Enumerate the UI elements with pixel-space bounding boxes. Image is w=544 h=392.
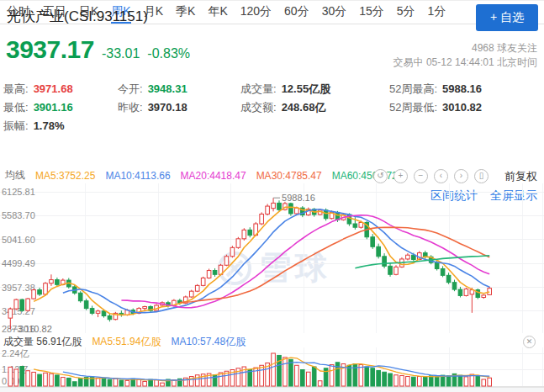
tab-60min[interactable]: 60分	[284, 1, 309, 24]
volume-legend: 成交量 56.91亿股 MA5:51.94亿股 MA10:57.48亿股	[3, 335, 246, 349]
stats-column-2: 今开: 3948.31 昨收: 3970.18	[118, 80, 187, 117]
tab-yearly-k[interactable]: 年K	[208, 1, 227, 24]
stat-open: 今开: 3948.31	[118, 80, 187, 98]
svg-text:4499.49: 4499.49	[2, 258, 35, 268]
ma20-value: MA20:4418.47	[181, 170, 246, 182]
volume-ma10-value: MA10:57.48亿股	[171, 335, 246, 349]
adjust-mode-selector[interactable]: 前复权	[504, 169, 537, 184]
price-chart[interactable]: 6125.815583.705041.604499.493957.383415.…	[0, 183, 544, 335]
tab-120min[interactable]: 120分	[240, 1, 272, 24]
ma30-value: MA30:4785.47	[256, 170, 322, 182]
scroll-left-icon[interactable]: ‹	[434, 169, 448, 183]
svg-text:5041.60: 5041.60	[2, 235, 35, 245]
stat-prev-close: 昨收: 3970.18	[118, 98, 187, 117]
phone-icon[interactable]: ▯	[474, 169, 489, 183]
volume-chart[interactable]: 2.24亿1.12亿0.00	[0, 347, 544, 387]
stats-column-1: 最高: 3971.68 最低: 3901.16 振幅: 1.78%	[3, 80, 73, 135]
stat-turnover: 成交额: 248.68亿	[240, 98, 330, 117]
stat-volume: 成交量: 12.55亿股	[240, 80, 330, 98]
price-row: 3937.17 -33.01 -0.83%	[6, 35, 190, 64]
stat-amplitude: 振幅: 1.78%	[3, 117, 73, 135]
close-icon[interactable]: ✕	[523, 336, 536, 348]
svg-text:6125.81: 6125.81	[2, 187, 35, 197]
page-title: 光伏产业(CSI:931151)	[7, 7, 148, 26]
bottom-divider	[0, 387, 544, 392]
svg-text:5988.16: 5988.16	[282, 193, 315, 203]
svg-text:5583.70: 5583.70	[2, 210, 35, 220]
svg-text:2.24亿: 2.24亿	[2, 348, 29, 358]
ma-legend-prefix: 均线	[5, 168, 25, 183]
undo-icon[interactable]: ↺	[373, 169, 388, 183]
tab-15min[interactable]: 15分	[359, 1, 384, 24]
volume-ma5-value: MA5:51.94亿股	[92, 335, 161, 349]
current-price: 3937.17	[6, 35, 94, 64]
volume-label: 成交量 56.91亿股	[3, 335, 82, 349]
stock-detail-page: 光伏产业(CSI:931151) + 自选 3937.17 -33.01 -0.…	[0, 0, 544, 392]
chart-toolbar: ↺ + − ‹ › ▯	[373, 169, 489, 183]
zoom-out-icon[interactable]: −	[414, 169, 428, 183]
svg-text:3010.82: 3010.82	[18, 324, 52, 334]
ma-legend: 均线 MA5:3752.25 MA10:4113.66 MA20:4418.47…	[5, 168, 398, 183]
stat-high: 最高: 3971.68	[3, 80, 73, 98]
tab-quarterly-k[interactable]: 季K	[176, 1, 195, 24]
zoom-in-icon[interactable]: +	[393, 169, 408, 183]
svg-text:3957.38: 3957.38	[2, 283, 35, 293]
stats-column-3: 成交量: 12.55亿股 成交额: 248.68亿	[240, 80, 330, 117]
tab-30min[interactable]: 30分	[322, 1, 347, 24]
stat-low: 最低: 3901.16	[3, 98, 73, 117]
ma5-value: MA5:3752.25	[35, 170, 95, 182]
scroll-right-icon[interactable]: ›	[454, 169, 468, 183]
tab-5min[interactable]: 5分	[397, 1, 415, 24]
ma10-value: MA10:4113.66	[105, 170, 170, 182]
price-change: -33.01	[102, 46, 140, 61]
price-change-percent: -0.83%	[147, 46, 190, 61]
